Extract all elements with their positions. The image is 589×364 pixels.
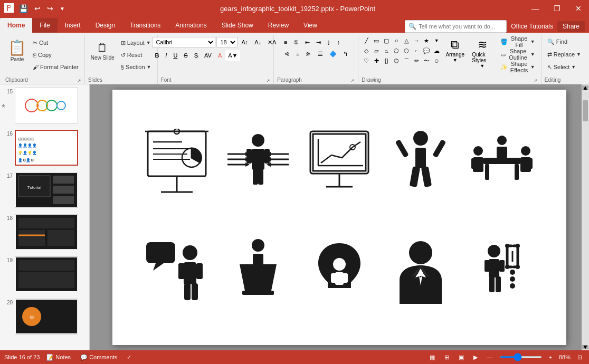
share-button[interactable]: Share — [557, 21, 585, 32]
fit-window-button[interactable]: ⊡ — [575, 353, 585, 362]
shape-rounded-rect[interactable]: ▢ — [382, 36, 391, 45]
highlight-button[interactable]: A▼ — [225, 50, 240, 61]
shape-arrow-r[interactable]: → — [412, 36, 421, 45]
shape-outline-button[interactable]: ▭ Shape Outline ▼ — [498, 49, 537, 60]
customize-qa-button[interactable]: ▼ — [58, 5, 67, 13]
shape-circle[interactable]: ○ — [392, 36, 401, 45]
paragraph-expand-icon[interactable]: ↗ — [350, 78, 355, 83]
quick-styles-button[interactable]: ≋ Quick Styles ▼ — [469, 36, 496, 71]
search-input[interactable] — [419, 23, 503, 30]
shapes-more[interactable]: ▼ — [432, 36, 441, 45]
notes-button[interactable]: 📝 Notes — [44, 353, 73, 362]
restore-button[interactable]: ❐ — [550, 3, 564, 14]
strikethrough-button[interactable]: S — [181, 50, 190, 61]
view-reading-button[interactable]: ▣ — [456, 353, 467, 362]
slide-item-18[interactable]: 18 — [0, 211, 89, 253]
bullets-button[interactable]: ≡ — [281, 37, 290, 47]
view-normal-button[interactable]: ▦ — [427, 353, 438, 362]
slide-thumb-17[interactable]: Tutorial — [15, 172, 78, 208]
view-slide-sorter-button[interactable]: ⊞ — [442, 353, 452, 362]
shape-cloud[interactable]: ☁ — [432, 46, 441, 55]
shape-cross[interactable]: ✚ — [372, 56, 381, 65]
italic-button[interactable]: I — [163, 50, 169, 61]
slide-thumb-18[interactable] — [15, 214, 78, 250]
tab-file[interactable]: File — [32, 18, 57, 33]
shape-diamond[interactable]: ◇ — [362, 46, 371, 55]
undo-button[interactable]: ↩ — [32, 3, 43, 14]
underline-button[interactable]: U — [170, 50, 180, 61]
smart-art-button[interactable]: 🔷 — [327, 49, 339, 59]
shape-trapezoid[interactable]: ⏢ — [382, 46, 391, 55]
icon-person-settings[interactable] — [464, 220, 540, 324]
shape-triangle[interactable]: △ — [402, 36, 411, 45]
new-slide-button[interactable]: 🗒 New Slide — [88, 37, 117, 64]
shape-pentagon[interactable]: ⬠ — [392, 46, 401, 55]
shape-smiley[interactable]: ☺ — [432, 56, 441, 65]
scroll-down-button[interactable]: ▼ — [582, 345, 588, 349]
slide-item-19[interactable]: 19 — [0, 253, 89, 295]
slide-thumb-19[interactable] — [15, 256, 78, 292]
shape-wave[interactable]: 〜 — [422, 56, 431, 65]
justify-button[interactable]: ☰ — [315, 49, 326, 59]
reset-button[interactable]: ↺ Reset — [118, 49, 154, 61]
zoom-in-button[interactable]: + — [546, 353, 555, 361]
shape-bracket[interactable]: {} — [382, 56, 391, 65]
close-button[interactable]: ✕ — [572, 3, 585, 14]
format-painter-button[interactable]: 🖌 Format Painter — [30, 61, 81, 73]
paste-button[interactable]: 📋 Paste — [5, 37, 29, 64]
tab-slideshow[interactable]: Slide Show — [214, 18, 261, 33]
shape-arrow-l[interactable]: ← — [412, 46, 421, 55]
canvas-scrollbar-y[interactable]: ▲ ▼ — [582, 84, 589, 350]
layout-button[interactable]: ⊞ Layout ▼ — [118, 37, 154, 49]
line-spacing-button[interactable]: ↕ — [334, 37, 343, 47]
font-expand-icon[interactable]: ↗ — [266, 78, 270, 83]
decrease-font-button[interactable]: A↓ — [252, 37, 264, 47]
accessibility-button[interactable]: ✓ — [124, 353, 134, 362]
slide-item-15[interactable]: 15 ★ — [0, 84, 89, 127]
scroll-up-button[interactable]: ▲ — [582, 85, 588, 90]
copy-button[interactable]: ⎘ Copy — [30, 49, 81, 61]
increase-indent-button[interactable]: ⇥ — [314, 37, 324, 47]
section-button[interactable]: § Section ▼ — [118, 61, 154, 73]
comments-button[interactable]: 💬 Comments — [78, 353, 120, 362]
shape-fill-button[interactable]: 🪣 Shape Fill ▼ — [498, 36, 537, 47]
select-button[interactable]: ↖ Select ▼ — [545, 61, 584, 73]
shape-effects-button[interactable]: ✨ Shape Effects ▼ — [498, 61, 537, 73]
font-size-select[interactable]: 18 — [216, 37, 238, 47]
zoom-out-button[interactable]: — — [484, 353, 496, 361]
icon-person-bust[interactable] — [383, 220, 459, 324]
ribbon-search[interactable]: 🔍 — [405, 20, 507, 33]
slide-thumb-15[interactable] — [15, 88, 78, 123]
shape-star[interactable]: ★ — [422, 36, 431, 45]
drawing-expand-icon[interactable]: ↗ — [534, 78, 538, 83]
shape-brace[interactable]: ⌬ — [392, 56, 401, 65]
increase-font-button[interactable]: A↑ — [239, 37, 251, 47]
icon-podium-speaker[interactable] — [220, 220, 296, 324]
align-right-button[interactable]: ⫸ — [303, 49, 314, 59]
shape-freeform[interactable]: ✏ — [412, 56, 421, 65]
replace-button[interactable]: ⇄ Replace ▼ — [545, 49, 584, 60]
tab-transitions[interactable]: Transitions — [122, 18, 168, 33]
shape-line[interactable]: ╱ — [362, 36, 371, 45]
font-family-select[interactable]: Calibri — [152, 37, 215, 47]
para-direction-button[interactable]: ↰ — [340, 49, 350, 59]
tab-home[interactable]: Home — [0, 18, 32, 33]
shape-hexagon[interactable]: ⬡ — [402, 46, 411, 55]
icon-screen-chart[interactable] — [301, 111, 377, 215]
icon-lightbulb-person[interactable] — [301, 220, 377, 324]
office-tutorials-link[interactable]: Office Tutorials — [511, 23, 553, 30]
shape-parallelogram[interactable]: ▱ — [372, 46, 381, 55]
icon-person-celebrate[interactable] — [383, 111, 459, 215]
font-spacing-button[interactable]: AV — [202, 50, 214, 61]
clipboard-expand-icon[interactable]: ↗ — [77, 78, 81, 83]
tab-view[interactable]: View — [296, 18, 325, 33]
tab-design[interactable]: Design — [88, 18, 122, 33]
slideshow-button[interactable]: ▶ — [471, 353, 480, 362]
font-color-button[interactable]: A — [215, 50, 224, 61]
icon-meeting-table[interactable] — [464, 111, 540, 215]
shape-rect[interactable]: ▭ — [372, 36, 381, 45]
tab-insert[interactable]: Insert — [58, 18, 88, 33]
slide-item-16[interactable]: 16 ⊡⊡⊡⊡⊡ 👤👤👤👤 💡👤💡👤 👤⚙👤⚙ — [0, 127, 89, 169]
slide-item-17[interactable]: 17 Tutorial — [0, 169, 89, 211]
align-left-button[interactable]: ⫷ — [281, 49, 292, 59]
